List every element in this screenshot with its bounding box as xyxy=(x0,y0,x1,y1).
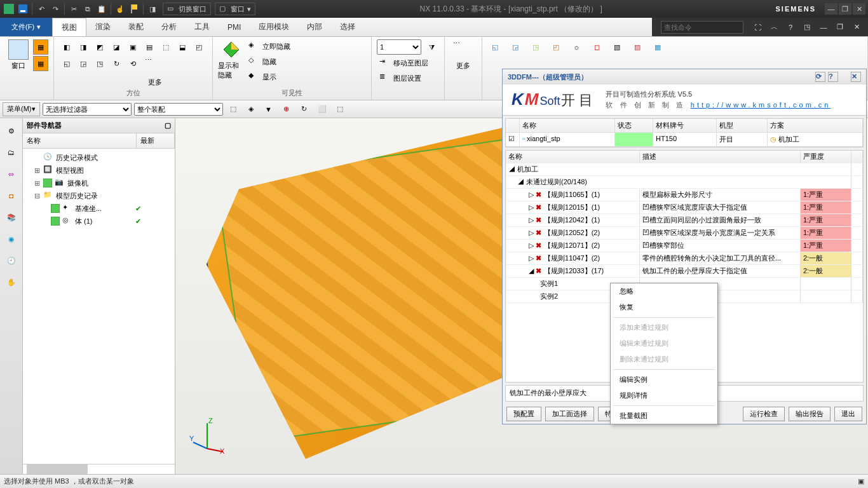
history-icon[interactable]: 🕘 xyxy=(3,252,20,269)
hide-button[interactable]: ◇隐藏 xyxy=(246,55,293,69)
undo-icon[interactable]: ↶ xyxy=(35,3,48,15)
hand-icon[interactable]: ✋ xyxy=(3,273,20,291)
copy-icon[interactable]: ⧉ xyxy=(81,3,94,15)
tree-datum[interactable]: ✦基准坐...✔ xyxy=(24,202,173,215)
sel-icon[interactable]: ⬚ xyxy=(332,102,348,116)
tree-history-mode[interactable]: 🕓历史记录模式 xyxy=(24,151,173,164)
tab-select[interactable]: 选择 xyxy=(331,18,364,36)
filter-icon[interactable]: ⧩ xyxy=(424,39,439,55)
cube-icon[interactable]: ◰ xyxy=(548,39,564,55)
view-icon[interactable]: ◳ xyxy=(92,56,107,71)
light-icon[interactable]: ☼ xyxy=(569,39,584,55)
row-check[interactable]: ☑ xyxy=(506,133,520,147)
ctx-edit-instance[interactable]: 编辑实例 xyxy=(611,372,717,388)
view-icon[interactable]: ↻ xyxy=(109,56,124,71)
checkbox-icon[interactable] xyxy=(51,217,60,226)
view-icon[interactable]: ◪ xyxy=(109,39,124,55)
tab-internal[interactable]: 内部 xyxy=(298,18,331,36)
cut-icon[interactable]: ✂ xyxy=(67,3,80,15)
clip-icon[interactable]: ▧ xyxy=(609,39,625,55)
cube-red-icon[interactable]: ◻ xyxy=(589,39,604,55)
move-to-layer-button[interactable]: ⇥移动至图层 xyxy=(377,56,431,70)
ctx-batch-screenshot[interactable]: 批量截图 xyxy=(611,408,717,424)
h-status[interactable]: 状态 xyxy=(615,119,653,133)
btn-preconfig[interactable]: 预配置 xyxy=(506,407,541,421)
ctx-restore[interactable]: 恢复 xyxy=(611,299,717,315)
nx-icon[interactable] xyxy=(3,3,15,15)
rule-row[interactable]: ▷ ✖【规则12071】(2)凹槽狭窄部位1:严重 xyxy=(506,240,863,252)
close-doc-icon[interactable]: ✕ xyxy=(850,21,863,34)
btn-face-select[interactable]: 加工面选择 xyxy=(545,407,594,421)
view-icon[interactable]: ▣ xyxy=(125,39,140,55)
close-icon[interactable]: ✕ xyxy=(851,72,861,82)
tree-model-view[interactable]: ⊞🔲模型视图 xyxy=(24,164,173,177)
cube-icon[interactable]: ◳ xyxy=(528,39,543,55)
redo-icon[interactable]: ↷ xyxy=(49,3,62,15)
refresh-icon[interactable]: ⟳ xyxy=(815,72,825,82)
touch-icon[interactable]: ☝ xyxy=(114,3,126,15)
rule-row[interactable]: ▷ ✖【规则12042】(1)凹槽立面间同层的小过渡圆角最好一致1:严重 xyxy=(506,214,863,227)
view-icon[interactable]: ◰ xyxy=(191,39,207,55)
h-name[interactable]: 名称 xyxy=(520,119,615,133)
rule-row[interactable]: ▷ ✖【规则12015】(1)凹槽狭窄区域宽度应该大于指定值1:严重 xyxy=(506,201,863,214)
layer-select[interactable]: 1 xyxy=(377,39,421,55)
sel-icon[interactable]: ⬚ xyxy=(226,102,241,116)
more-button[interactable]: ⋯更多 xyxy=(142,56,168,87)
tab-analysis[interactable]: 分析 xyxy=(153,18,186,36)
flag-icon[interactable] xyxy=(128,3,140,15)
view-icon[interactable]: ◧ xyxy=(59,39,74,55)
assembly-filter-select[interactable]: 整个装配 xyxy=(134,103,223,116)
nav-icon[interactable]: 🗂 xyxy=(3,144,20,161)
checkbox-icon[interactable] xyxy=(51,204,60,213)
view-triad[interactable]: ZXY xyxy=(188,417,226,455)
db-icon[interactable]: ◘ xyxy=(3,187,20,205)
h-scrollbar[interactable] xyxy=(23,464,175,474)
dfm-url[interactable]: http://www.kmsoft.com.cn xyxy=(691,101,831,109)
web-icon[interactable]: ◉ xyxy=(3,230,20,248)
sel-icon[interactable]: ↻ xyxy=(297,102,312,116)
menu-button[interactable]: 菜单(M) ▾ xyxy=(3,102,40,116)
view-icon[interactable]: ⬓ xyxy=(175,39,190,55)
command-search-input[interactable] xyxy=(661,21,743,34)
help-icon[interactable]: ? xyxy=(828,72,838,82)
rule-row[interactable]: ▷ ✖【规则12052】(2)凹槽狭窄区域深度与最小宽度满足一定关系1:严重 xyxy=(506,227,863,240)
btn-run-check[interactable]: 运行检查 xyxy=(743,407,785,421)
ctx-rule-detail[interactable]: 规则详情 xyxy=(611,388,717,403)
tab-app[interactable]: 应用模块 xyxy=(250,18,298,36)
h-plan[interactable]: 方案 xyxy=(768,119,863,133)
rule-fail-group[interactable]: ◢ 未通过规则(20/148) xyxy=(506,176,863,189)
minimize-doc-icon[interactable]: — xyxy=(817,21,830,34)
grid4-icon[interactable]: ▦ xyxy=(33,39,48,55)
view-icon[interactable]: ⬚ xyxy=(158,39,173,55)
file-menu[interactable]: 文件(F) ▾ xyxy=(0,18,52,36)
btn-export-report[interactable]: 输出报告 xyxy=(789,407,831,421)
switch-window-button[interactable]: ▭ 切换窗口 xyxy=(163,3,211,15)
help-icon[interactable]: ? xyxy=(784,21,797,34)
show-hide-button[interactable]: 显示和隐藏 xyxy=(218,39,245,84)
view-icon[interactable]: ⟲ xyxy=(125,56,140,71)
section-icon[interactable]: ▨ xyxy=(630,39,645,55)
panel-menu-icon[interactable]: ▢ xyxy=(165,121,171,130)
sel-icon[interactable]: ▼ xyxy=(261,102,276,116)
col-name[interactable]: 名称 xyxy=(23,133,137,148)
btn-exit[interactable]: 退出 xyxy=(834,407,862,421)
tab-view[interactable]: 视图 xyxy=(52,18,86,36)
eraser-icon[interactable]: ◨ xyxy=(146,3,159,15)
h-machine[interactable]: 机型 xyxy=(717,119,768,133)
grid-row[interactable]: ☑ ▫ xiangti_stp HT150 开目 ◷ 机加工 xyxy=(506,133,863,147)
h-name[interactable]: 名称 xyxy=(506,151,640,163)
show-button[interactable]: ◆显示 xyxy=(246,70,293,84)
constraint-icon[interactable]: ⇔ xyxy=(3,165,20,183)
tab-tools[interactable]: 工具 xyxy=(186,18,219,36)
tab-assembly[interactable]: 装配 xyxy=(119,18,153,36)
chevron-up-icon[interactable]: ︿ xyxy=(768,21,780,34)
rule-row[interactable]: ▷ ✖【规则11047】(2)零件的槽腔转角的大小决定加工刀具的直径...2:一… xyxy=(506,252,863,265)
tab-render[interactable]: 渲染 xyxy=(86,18,119,36)
minimize-button[interactable]: — xyxy=(825,3,837,15)
tree-body[interactable]: ◎体 (1)✔ xyxy=(24,215,173,227)
layer-settings-button[interactable]: ≣图层设置 xyxy=(377,71,424,85)
status-icon[interactable]: ▣ xyxy=(858,477,864,485)
close-button[interactable]: ✕ xyxy=(853,3,865,15)
rule-row[interactable]: ◢ ✖【规则12033】(17)铣加工件的最小壁厚应大于指定值2:一般 xyxy=(506,265,863,278)
view-icon[interactable]: ◨ xyxy=(76,39,91,55)
